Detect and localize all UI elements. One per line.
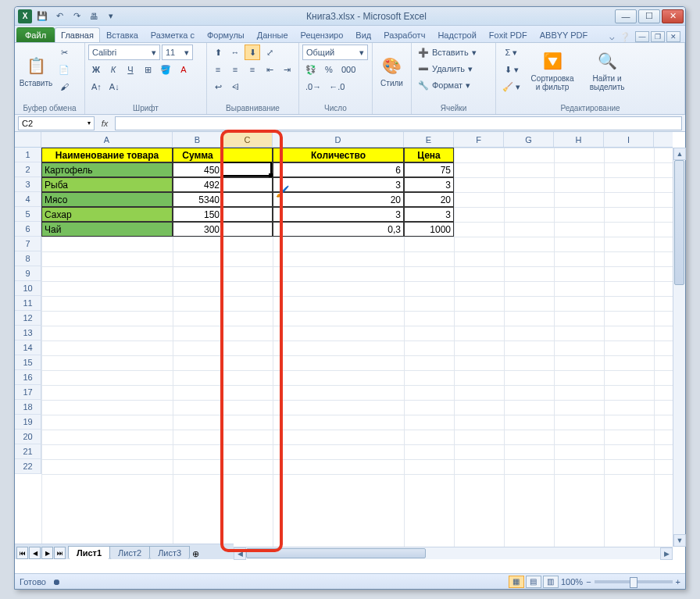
increase-indent-button[interactable]: ⇥ [279,62,295,77]
cell-E2[interactable]: 75 [404,162,454,177]
macro-record-icon[interactable]: ⏺ [52,577,61,587]
col-header-A[interactable]: A [41,132,173,147]
font-name-select[interactable]: Calibri▾ [88,45,160,60]
scroll-down-button[interactable]: ▼ [673,534,686,547]
row-header-1[interactable]: 1 [15,148,41,162]
cell-A3[interactable]: Рыба [41,177,173,192]
sheet-nav-last[interactable]: ⏭ [54,547,66,559]
zoom-slider[interactable] [595,580,673,583]
cell-B2[interactable]: 450 [173,162,223,177]
tab-addins[interactable]: Надстрой [431,27,482,42]
zoom-out-button[interactable]: − [586,577,591,587]
fill-color-button[interactable]: 🪣 [157,62,174,77]
sheet-nav-prev[interactable]: ◀ [29,547,41,559]
cell-C6[interactable] [223,222,273,237]
view-page-break[interactable]: ▥ [543,576,559,588]
mdi-close[interactable]: ✕ [666,31,680,42]
increase-decimal-button[interactable]: .0→ [302,79,324,94]
font-size-select[interactable]: 11▾ [162,45,193,60]
row-header-19[interactable]: 19 [15,415,41,430]
row-header-14[interactable]: 14 [15,341,41,355]
underline-button[interactable]: Ч [123,62,138,77]
qat-undo-icon[interactable]: ↶ [52,9,66,23]
align-bottom-button[interactable]: ⬇ [245,45,260,60]
row-header-22[interactable]: 22 [15,459,41,474]
scroll-thumb-h[interactable] [246,548,426,558]
col-header-B[interactable]: B [173,132,223,147]
cell-D1[interactable]: Количество [273,148,404,162]
cell-B6[interactable]: 300 [173,222,223,237]
row-header-18[interactable]: 18 [15,400,41,415]
comma-button[interactable]: 000 [338,62,359,77]
percent-button[interactable]: % [321,62,337,77]
merge-button[interactable]: ⩤ [227,79,243,94]
minimize-button[interactable]: — [615,9,637,23]
sheet-nav-first[interactable]: ⏮ [16,547,28,559]
row-header-15[interactable]: 15 [15,355,41,370]
row-header-13[interactable]: 13 [15,326,41,341]
cell-D4[interactable]: 20 [273,192,404,207]
row-header-3[interactable]: 3 [15,177,41,192]
decrease-decimal-button[interactable]: ←.0 [326,79,348,94]
tab-insert[interactable]: Вставка [100,27,145,42]
italic-button[interactable]: К [105,62,121,77]
ribbon-minimize-icon[interactable]: ⌵ [609,32,615,42]
sheet-tab-1[interactable]: Лист1 [68,546,110,559]
wrap-text-button[interactable]: ↩ [210,79,226,94]
tab-formulas[interactable]: Формулы [201,27,251,42]
col-header-C[interactable]: C [223,132,273,147]
cell-E1[interactable]: Цена [404,148,454,162]
select-all-corner[interactable] [15,132,41,148]
clear-button[interactable]: 🧹 ▾ [499,79,523,94]
font-color-button[interactable]: A [176,62,191,77]
orientation-button[interactable]: ⤢ [262,45,277,60]
cut-button[interactable]: ✂ [55,45,73,60]
qat-redo-icon[interactable]: ↷ [70,9,84,23]
styles-button[interactable]: 🎨 Стили [376,45,408,96]
cell-C4[interactable] [223,192,273,207]
col-header-I[interactable]: I [604,132,654,147]
cell-C1[interactable] [223,148,273,162]
cell-E6[interactable]: 1000 [404,222,454,237]
borders-button[interactable]: ⊞ [140,62,155,77]
col-header-H[interactable]: H [554,132,604,147]
cell-C3[interactable] [223,177,273,192]
view-normal[interactable]: ▦ [509,576,524,588]
format-cells-button[interactable]: 🔧 Формат ▾ [415,77,493,93]
col-header-E[interactable]: E [404,132,454,147]
scroll-right-button[interactable]: ▶ [660,547,673,560]
format-painter-button[interactable]: 🖌 [55,79,73,94]
cell-C5[interactable] [223,207,273,222]
tab-home[interactable]: Главная [55,27,100,42]
cell-A2[interactable]: Картофель [41,162,173,177]
row-header-20[interactable]: 20 [15,430,41,444]
cell-A5[interactable]: Сахар [41,207,173,222]
cell-A1[interactable]: Наименование товара [41,148,173,162]
col-header-F[interactable]: F [454,132,504,147]
qat-save-icon[interactable]: 💾 [35,9,49,23]
view-page-layout[interactable]: ▤ [526,576,541,588]
cell-D2[interactable]: 6 [273,162,404,177]
delete-cells-button[interactable]: ➖ Удалить ▾ [415,61,493,77]
formula-input[interactable] [115,116,682,130]
vertical-scrollbar[interactable]: ▲ ▼ [673,148,685,547]
autosum-button[interactable]: Σ ▾ [499,45,523,60]
insert-cells-button[interactable]: ➕ Вставить ▾ [415,45,493,60]
maximize-button[interactable]: ☐ [638,9,660,23]
mdi-minimize[interactable]: — [635,31,649,42]
close-button[interactable]: ✕ [662,9,684,23]
row-header-6[interactable]: 6 [15,222,41,237]
scroll-left-button[interactable]: ◀ [234,547,246,560]
new-sheet-button[interactable]: ⊕ [189,549,202,559]
row-header-11[interactable]: 11 [15,296,41,311]
row-header-9[interactable]: 9 [15,266,41,281]
cell-D5[interactable]: 3 [273,207,404,222]
cell-A4[interactable]: Мясо [41,192,173,207]
bold-button[interactable]: Ж [88,62,104,77]
align-left-button[interactable]: ≡ [210,62,226,77]
zoom-value[interactable]: 100% [561,577,583,587]
paste-button[interactable]: 📋 Вставить [18,45,54,96]
row-header-12[interactable]: 12 [15,311,41,326]
decrease-indent-button[interactable]: ⇤ [262,62,277,77]
cell-B1[interactable]: Сумма [173,148,223,162]
